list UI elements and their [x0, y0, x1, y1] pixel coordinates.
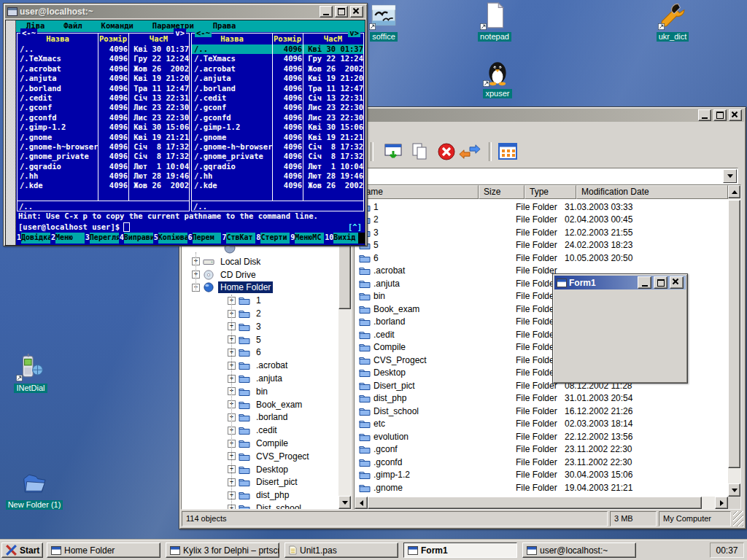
form1-titlebar[interactable]: Form1	[554, 276, 686, 289]
scroll-left-button[interactable]	[355, 497, 368, 509]
mc-file-row[interactable]: /.kde4096Жов 26 2002	[18, 181, 189, 190]
close-button[interactable]	[670, 276, 684, 289]
maximize-button[interactable]	[713, 109, 727, 121]
address-combo[interactable]	[356, 168, 738, 184]
fkey-5[interactable]: 5Копіюва	[153, 233, 187, 244]
mc-file-row[interactable]: /.TeXmacs4096Гру 22 12:24	[18, 54, 189, 63]
fkey-7[interactable]: 7СтвКат	[221, 233, 255, 244]
vertical-scrollbar[interactable]	[728, 185, 740, 509]
column-header-name[interactable]: Name	[355, 185, 479, 199]
mc-menu-item-Права[interactable]: Права	[213, 21, 245, 31]
desktop-icon-new_folder[interactable]: New Folder (1)	[1, 470, 67, 510]
table-row[interactable]: .gimp-1.2File Folder30.04.2003 15:06	[355, 469, 728, 482]
desktop-icon-inetdial[interactable]: INetDial	[5, 353, 56, 394]
mc-file-row[interactable]: /.acrobat4096Жов 26 2002	[18, 64, 189, 74]
mc-file-row[interactable]: /.gimp-1.24096Кві 30 15:06	[18, 122, 189, 132]
terminal-scrollbar[interactable]	[6, 20, 16, 245]
mc-file-row[interactable]: /.TeXmacs4096Гру 22 12:24	[192, 54, 363, 63]
mc-file-row[interactable]: /.gnome4096Кві 19 21:21	[18, 133, 189, 142]
tree-item[interactable]: +2	[182, 307, 338, 320]
table-row[interactable]: evolutionFile Folder22.12.2002 13:56	[355, 430, 728, 443]
mc-file-row[interactable]: /.gconf4096Лис 23 22:30	[192, 103, 363, 112]
fkey-10[interactable]: 10Вихід	[324, 233, 358, 244]
scroll-down-button[interactable]	[338, 496, 351, 509]
mc-file-row[interactable]: /.acrobat4096Жов 26 2002	[192, 64, 363, 74]
tree-item-home-folder[interactable]: −Home Folder	[182, 281, 338, 295]
terminal-titlebar[interactable]: user@localhost:~	[5, 5, 365, 18]
tree-item[interactable]: +.acrobat	[182, 359, 338, 372]
tree-item[interactable]: +5	[182, 333, 338, 346]
table-row[interactable]: 5File Folder24.02.2003 18:23	[355, 239, 728, 252]
tree-item[interactable]: +Disert_pict	[182, 476, 338, 489]
tree-item[interactable]: +1	[182, 294, 338, 307]
tree-item-local-disk[interactable]: +Local Disk	[182, 255, 338, 268]
mc-menu-item-Команди[interactable]: Команди	[101, 21, 142, 31]
desktop-icon-xpuser[interactable]: xpuser	[472, 58, 523, 99]
table-row[interactable]: etcFile Folder02.03.2003 18:14	[355, 418, 728, 431]
mc-command-line[interactable]: [user@localhost user]$ [^]	[16, 222, 365, 233]
copy-button[interactable]	[409, 141, 431, 162]
tree-item[interactable]: +CVS_Progect	[182, 450, 338, 463]
minimize-button[interactable]	[320, 6, 333, 18]
tree-item[interactable]: +6	[182, 346, 338, 359]
tree-item-cd-drive[interactable]: +CD Drive	[182, 268, 338, 281]
task-button-home-folder[interactable]: Home Folder	[47, 542, 160, 558]
tree-item[interactable]: +dist_php	[182, 489, 338, 502]
mc-file-row[interactable]: /.borland4096Тра 11 12:47	[192, 84, 363, 93]
mc-file-row[interactable]: /.gconfd4096Лис 23 22:30	[18, 113, 189, 122]
table-row[interactable]: dist_phpFile Folder31.01.2003 20:54	[355, 392, 728, 405]
tree-item[interactable]: +.cedit	[182, 424, 338, 437]
stop-button[interactable]	[436, 141, 457, 162]
tree-item[interactable]: +Book_exam	[182, 398, 338, 411]
scroll-track[interactable]	[368, 497, 715, 509]
mc-col-size[interactable]: Розмір	[272, 34, 303, 44]
column-header-size[interactable]: Size	[479, 185, 525, 199]
scroll-down-button[interactable]	[728, 483, 740, 497]
table-row[interactable]: 6File Folder10.05.2003 20:50	[355, 252, 728, 265]
mc-file-row[interactable]: /.borland4096Тра 11 12:47	[18, 84, 189, 93]
resize-grip[interactable]	[733, 511, 743, 526]
mc-file-row[interactable]: /.cedit4096Січ 13 22:31	[18, 93, 189, 103]
close-button[interactable]	[350, 6, 363, 18]
desktop-icon-ukr_dict[interactable]: ukr_dict	[647, 1, 698, 42]
scroll-up-button[interactable]	[728, 185, 740, 198]
tree-item[interactable]: +3	[182, 320, 338, 333]
mc-file-row[interactable]: /.anjuta4096Кві 19 21:20	[18, 74, 189, 83]
close-button[interactable]	[729, 109, 742, 121]
mc-file-row[interactable]: /.gconf4096Лис 23 22:30	[18, 103, 189, 112]
mc-file-row[interactable]: /.gqradio4096Лют 1 10:04	[18, 162, 189, 171]
table-row[interactable]: .gconfFile Folder23.11.2002 22:30	[355, 443, 728, 456]
minimize-button[interactable]	[638, 276, 651, 289]
mc-file-row[interactable]: /.gnome_private4096Січ 8 17:32	[192, 152, 363, 161]
table-row[interactable]: 2File Folder02.04.2003 00:45	[355, 214, 728, 227]
tree-item[interactable]: +Desktop	[182, 463, 338, 476]
paste-window-button[interactable]	[383, 141, 405, 162]
tree-item[interactable]: +Dist_school	[182, 502, 338, 509]
mc-file-row[interactable]: /.kde4096Жов 26 2002	[192, 181, 363, 190]
fkey-4[interactable]: 4Виправи	[119, 233, 153, 244]
mc-file-row[interactable]: /.gimp-1.24096Кві 30 15:06	[192, 122, 363, 132]
tree-item[interactable]: +bin	[182, 385, 338, 398]
mc-file-row[interactable]: /.hh4096Лют 28 19:46	[18, 171, 189, 181]
mc-file-row[interactable]: /.gqradio4096Лют 1 10:04	[192, 162, 363, 171]
task-button-user-localhost-[interactable]: user@localhost:~	[522, 542, 636, 558]
mc-col-size[interactable]: Розмір	[98, 34, 128, 44]
tree-item[interactable]: +Compile	[182, 437, 338, 450]
mc-col-time[interactable]: ЧасМ	[303, 34, 363, 44]
desktop-icon-notepad[interactable]: notepad	[469, 1, 520, 42]
scroll-thumb[interactable]	[368, 497, 702, 509]
tree-item[interactable]: +.anjuta	[182, 372, 338, 385]
desktop-icon-soffice[interactable]: soffice	[363, 1, 405, 42]
table-row[interactable]: 3File Folder12.02.2003 21:55	[355, 226, 728, 239]
mc-file-row[interactable]: /..4096Кві 30 01:37	[192, 44, 363, 54]
tree-item[interactable]: +.borland	[182, 411, 338, 424]
fkey-8[interactable]: 8Стерти	[255, 233, 290, 244]
fkey-3[interactable]: 3Перегля	[85, 233, 119, 244]
mc-file-row[interactable]: /.gnome_private4096Січ 8 17:32	[18, 152, 189, 161]
combo-dropdown-button[interactable]	[723, 169, 737, 183]
table-row[interactable]: 1File Folder31.03.2003 03:33	[355, 201, 728, 214]
start-button[interactable]: Start	[1, 542, 43, 558]
fkey-6[interactable]: 6Перем	[187, 233, 222, 244]
mc-col-name[interactable]: Назва	[18, 34, 98, 44]
table-row[interactable]: Dist_schoolFile Folder16.12.2002 21:26	[355, 405, 728, 418]
